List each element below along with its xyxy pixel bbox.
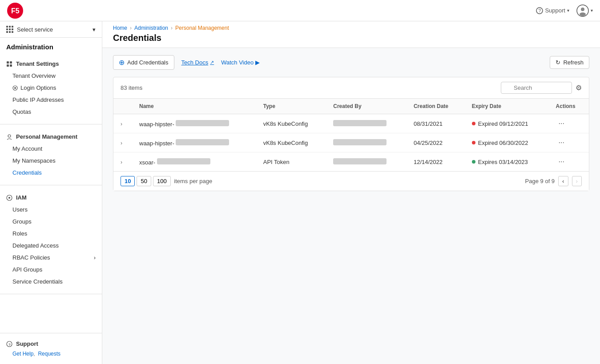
expiry-dot-2 <box>472 160 475 164</box>
actions-menu-button-0[interactable]: ··· <box>556 119 567 128</box>
sidebar-item-credentials[interactable]: Credentials <box>0 167 102 179</box>
sidebar-item-rbac-policies[interactable]: RBAC Policies › <box>0 252 102 264</box>
type-text-0: vK8s KubeConfig <box>263 120 308 127</box>
public-ip-addresses-label: Public IP Addresses <box>12 96 64 103</box>
pagination-bar: 10 50 100 items per page Page 9 of 9 ‹ › <box>113 171 589 191</box>
svg-text:F5: F5 <box>11 7 20 15</box>
personal-management-icon <box>6 134 12 140</box>
top-nav-left: F5 <box>7 3 23 19</box>
tenant-settings-icon <box>6 61 12 67</box>
delegated-access-label: Delegated Access <box>12 242 59 249</box>
row-expand-1: › <box>113 133 132 152</box>
expand-button-0[interactable]: › <box>121 121 122 127</box>
sidebar-item-login-options[interactable]: Login Options <box>0 82 102 94</box>
add-credentials-label: Add Credentials <box>127 59 169 66</box>
get-help-link[interactable]: Get Help <box>12 351 33 357</box>
svg-point-5 <box>581 8 584 11</box>
watch-video-link[interactable]: Watch Video ▶ <box>221 59 260 66</box>
expand-button-2[interactable]: › <box>121 159 122 165</box>
col-header-actions: Actions <box>549 99 589 114</box>
svg-point-6 <box>580 12 586 16</box>
row-expiry-date-0: Expired 09/12/2021 <box>465 114 549 133</box>
row-type-0: vK8s KubeConfig <box>256 114 326 133</box>
column-settings-icon[interactable]: ⚙ <box>576 84 582 92</box>
row-actions-1: ··· <box>549 133 589 152</box>
expiry-label-2: Expires 03/14/2023 <box>478 159 528 165</box>
tenant-overview-label: Tenant Overview <box>12 72 56 79</box>
breadcrumb-admin[interactable]: Administration <box>134 25 168 31</box>
page-size-50[interactable]: 50 <box>137 176 151 186</box>
sidebar-divider-1 <box>0 124 102 124</box>
sidebar-item-my-namespaces[interactable]: My Namespaces <box>0 155 102 167</box>
login-options-label: Login Options <box>20 84 56 91</box>
iam-icon <box>6 195 12 201</box>
sidebar-item-roles[interactable]: Roles <box>0 228 102 240</box>
support-chevron-icon: ▾ <box>567 8 569 13</box>
name-blurred-0 <box>176 120 229 126</box>
svg-point-12 <box>14 87 16 89</box>
svg-rect-10 <box>10 64 12 67</box>
admin-section-label: Administration <box>0 38 102 53</box>
service-select-label: Select service <box>17 26 53 33</box>
row-expiry-date-1: Expired 06/30/2022 <box>465 133 549 152</box>
sidebar-item-users[interactable]: Users <box>0 204 102 216</box>
type-text-1: vK8s KubeConfig <box>263 140 308 146</box>
support-links: Get Help, Requests <box>0 350 102 360</box>
name-text-2: xsoar- <box>139 159 155 166</box>
page-size-10[interactable]: 10 <box>121 176 135 186</box>
expand-button-1[interactable]: › <box>121 140 122 146</box>
svg-point-15 <box>8 197 10 199</box>
sidebar-section-personal-management: Personal Management My Account My Namesp… <box>0 126 102 183</box>
search-input[interactable] <box>501 82 572 94</box>
row-actions-0: ··· <box>549 114 589 133</box>
breadcrumb-current: Personal Management <box>175 25 229 31</box>
col-header-name[interactable]: Name <box>132 99 256 114</box>
row-creation-date-0: 08/31/2021 <box>407 114 465 133</box>
sidebar-item-quotas[interactable]: Quotas <box>0 106 102 118</box>
user-menu-button[interactable]: ▾ <box>576 4 593 17</box>
actions-menu-button-2[interactable]: ··· <box>556 157 567 166</box>
tech-docs-link[interactable]: Tech Docs ↗ <box>181 59 214 66</box>
credentials-label: Credentials <box>12 169 42 176</box>
row-created-by-1 <box>326 133 407 152</box>
breadcrumb-home[interactable]: Home <box>113 25 127 31</box>
support-label: Support <box>545 7 565 14</box>
creation-date-text-0: 08/31/2021 <box>414 120 443 127</box>
col-header-type[interactable]: Type <box>256 99 326 114</box>
sidebar-item-service-credentials[interactable]: Service Credentials <box>0 276 102 288</box>
table-row: › waap-hipster- vK8s KubeConfig 08/31/20… <box>113 114 589 133</box>
plus-circle-icon: ⊕ <box>119 58 125 67</box>
service-select-dropdown[interactable]: Select service ▾ <box>0 21 102 38</box>
support-section-label: Support <box>16 340 38 347</box>
requests-link[interactable]: Requests <box>38 351 60 357</box>
page-size-options: 10 50 100 items per page <box>121 176 212 186</box>
service-credentials-label: Service Credentials <box>12 278 63 285</box>
table-head: Name Type Created By Creation Date Expir… <box>113 99 589 114</box>
support-button[interactable]: ? Support ▾ <box>536 7 569 14</box>
actions-menu-button-1[interactable]: ··· <box>556 138 567 147</box>
expiry-dot-1 <box>472 141 475 144</box>
page-size-100[interactable]: 100 <box>153 176 171 186</box>
sidebar-item-api-groups[interactable]: API Groups <box>0 264 102 276</box>
row-name-2: xsoar- <box>132 152 256 172</box>
sidebar-item-public-ip-addresses[interactable]: Public IP Addresses <box>0 94 102 106</box>
sidebar-item-groups[interactable]: Groups <box>0 216 102 228</box>
next-page-button[interactable]: › <box>572 176 582 186</box>
sidebar-support-section: ? Support Get Help, Requests <box>0 333 102 364</box>
groups-label: Groups <box>12 218 32 225</box>
main-content: Home › Administration › Personal Managem… <box>102 21 600 364</box>
add-credentials-button[interactable]: ⊕ Add Credentials <box>113 55 174 70</box>
col-header-expiry-date[interactable]: Expiry Date <box>465 99 549 114</box>
sidebar-item-tenant-overview[interactable]: Tenant Overview <box>0 70 102 82</box>
refresh-button[interactable]: ↻ Refresh <box>550 56 589 69</box>
col-header-created-by[interactable]: Created By <box>326 99 407 114</box>
sidebar-item-my-account[interactable]: My Account <box>0 143 102 155</box>
name-text-1: waap-hipster- <box>139 140 174 147</box>
col-header-creation-date[interactable]: Creation Date <box>407 99 465 114</box>
grid-icon <box>6 26 13 33</box>
row-name-0: waap-hipster- <box>132 114 256 133</box>
sidebar-item-delegated-access[interactable]: Delegated Access <box>0 240 102 252</box>
prev-page-button[interactable]: ‹ <box>558 176 568 186</box>
table-row: › xsoar- API Token 12/14/2022 Expires 03… <box>113 152 589 172</box>
service-select-left: Select service <box>6 26 53 33</box>
